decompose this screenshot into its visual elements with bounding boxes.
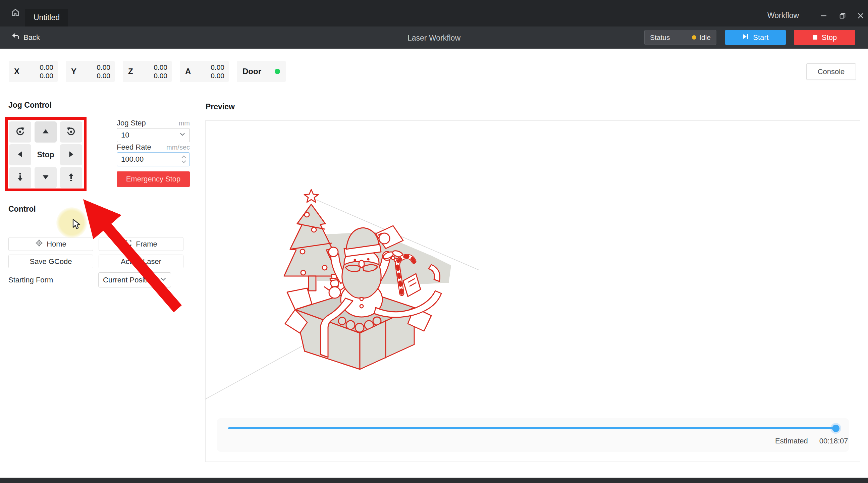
- jog-up-icon: [41, 127, 50, 137]
- start-button[interactable]: Start: [725, 30, 786, 45]
- axis-x-machine: 0.00: [39, 71, 53, 80]
- axis-readout-a: A 0.000.00: [180, 61, 229, 82]
- home-nav-button[interactable]: [7, 5, 24, 21]
- home-button[interactable]: Home: [8, 237, 93, 251]
- axis-x-work: 0.00: [39, 63, 53, 71]
- jog-z-plus-button[interactable]: [60, 167, 82, 188]
- axis-readout-y: Y 0.000.00: [66, 61, 115, 82]
- control-heading: Control: [8, 205, 36, 214]
- axis-y-machine: 0.00: [97, 71, 110, 80]
- minimize-button[interactable]: [816, 8, 831, 23]
- jog-right-icon: [67, 150, 75, 160]
- click-highlight: [56, 207, 87, 238]
- starting-form-select[interactable]: Current Position: [98, 272, 171, 288]
- axis-z-label: Z: [128, 67, 133, 76]
- console-button[interactable]: Console: [806, 63, 856, 80]
- home-position-icon: [35, 239, 43, 249]
- back-icon: [11, 32, 20, 43]
- maximize-restore-button[interactable]: [835, 8, 850, 23]
- estimate-row: Estimated 00:18:07: [775, 437, 848, 446]
- emergency-stop-button[interactable]: Emergency Stop: [117, 172, 190, 187]
- house-icon: [10, 7, 21, 19]
- frame-icon: [125, 240, 132, 249]
- status-value: Idle: [699, 34, 711, 41]
- jog-rotate-cw-button[interactable]: [60, 121, 82, 143]
- preview-heading: Preview: [206, 102, 235, 111]
- bottom-strip: [0, 478, 868, 483]
- axis-a-label: A: [185, 67, 191, 76]
- z-down-icon: [15, 172, 25, 183]
- feed-rate-input[interactable]: [117, 155, 178, 164]
- z-up-icon: [66, 172, 76, 183]
- frame-label: Frame: [136, 240, 157, 248]
- progress-track[interactable]: [228, 427, 836, 429]
- jog-stop-button[interactable]: Stop: [35, 144, 57, 165]
- app-title: Workflow: [767, 11, 799, 20]
- door-label: Door: [243, 67, 261, 76]
- axis-y-label: Y: [71, 67, 76, 76]
- active-laser-button[interactable]: Active Laser: [99, 254, 183, 268]
- status-label: Status: [650, 34, 670, 41]
- feed-rate-unit: mm/sec: [166, 144, 190, 151]
- axis-readout-x: X 0.000.00: [9, 61, 58, 82]
- jog-step-value: 10: [121, 131, 129, 140]
- start-label: Start: [753, 33, 768, 42]
- axis-z-machine: 0.00: [154, 71, 167, 80]
- back-button[interactable]: Back: [11, 32, 40, 43]
- starting-form-label: Starting Form: [8, 276, 53, 284]
- axis-y-work: 0.00: [97, 63, 110, 71]
- status-idle-dot-icon: [692, 35, 696, 39]
- axis-a-machine: 0.00: [211, 71, 224, 80]
- progress-fill: [228, 427, 836, 429]
- document-tab-label: Untitled: [34, 13, 60, 22]
- jog-y-minus-button[interactable]: [35, 167, 57, 188]
- jog-down-icon: [41, 173, 50, 183]
- axis-x-label: X: [14, 67, 20, 76]
- chevron-down-icon: [159, 275, 167, 285]
- save-gcode-button[interactable]: Save GCode: [8, 254, 93, 268]
- feed-rate-label-row: Feed Rate mm/sec: [117, 143, 190, 152]
- titlebar-separator: [813, 4, 813, 23]
- jog-rotate-ccw-button[interactable]: [9, 121, 31, 143]
- console-label: Console: [818, 67, 845, 76]
- axis-z-work: 0.00: [154, 63, 167, 71]
- jog-step-label-row: Jog Step mm: [117, 119, 190, 127]
- jog-z-minus-button[interactable]: [9, 167, 31, 188]
- feed-rate-label: Feed Rate: [117, 143, 151, 152]
- document-tab[interactable]: Untitled: [25, 9, 68, 27]
- jog-step-unit: mm: [179, 119, 190, 127]
- jog-step-label: Jog Step: [117, 119, 146, 127]
- laser-workflow-window: Untitled Workflow Back Laser Workflow St: [0, 0, 868, 483]
- status-indicator: Status Idle: [644, 30, 716, 45]
- jog-control-heading: Jog Control: [8, 101, 52, 110]
- feed-rate-stepper[interactable]: [178, 155, 189, 163]
- jog-x-plus-button[interactable]: [60, 144, 82, 165]
- starting-form-value: Current Position: [103, 276, 156, 284]
- frame-button[interactable]: Frame: [99, 237, 183, 251]
- door-ok-dot-icon: [275, 69, 280, 74]
- home-label: Home: [46, 240, 66, 248]
- preview-artwork: [275, 183, 483, 374]
- estimated-time: 00:18:07: [819, 437, 848, 446]
- progress-handle[interactable]: [832, 425, 839, 432]
- preview-footer: [217, 418, 849, 452]
- axis-a-work: 0.00: [211, 63, 224, 71]
- stop-button[interactable]: Stop: [794, 30, 855, 45]
- jog-x-minus-button[interactable]: [9, 144, 31, 165]
- mouse-cursor-icon: [71, 218, 82, 231]
- axis-readout-z: Z 0.000.00: [123, 61, 172, 82]
- stop-square-icon: [812, 33, 818, 42]
- title-bar: Untitled Workflow: [0, 0, 868, 27]
- stop-label: Stop: [822, 33, 837, 42]
- door-status: Door: [237, 61, 286, 82]
- emergency-stop-label: Emergency Stop: [126, 175, 181, 183]
- close-button[interactable]: [853, 8, 868, 23]
- jog-step-select[interactable]: 10: [117, 128, 190, 142]
- rotate-cw-icon: [66, 126, 76, 138]
- jog-y-plus-button[interactable]: [35, 121, 57, 143]
- back-label: Back: [24, 33, 40, 42]
- feed-rate-field: [117, 152, 190, 167]
- estimated-label: Estimated: [775, 437, 808, 446]
- jog-pad: Stop: [9, 121, 82, 188]
- rotate-ccw-icon: [15, 126, 26, 138]
